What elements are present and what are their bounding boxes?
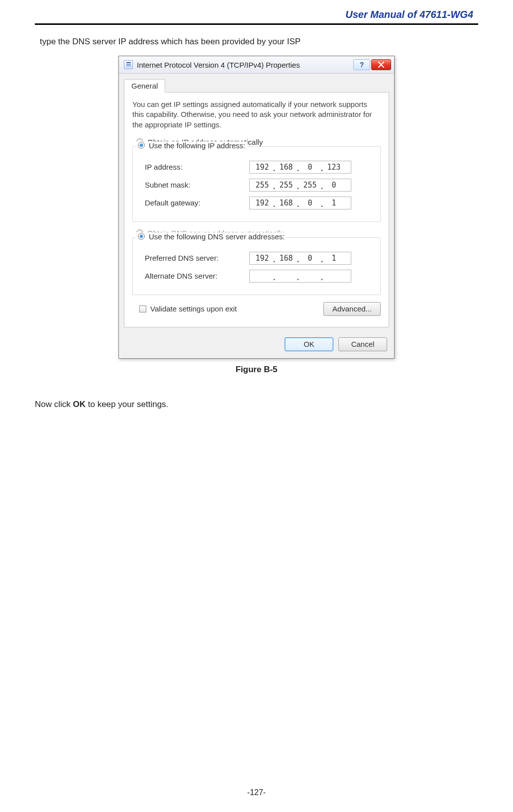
ip-fieldset: Use the following IP address: IP address… bbox=[132, 146, 381, 222]
row-subnet-mask: Subnet mask: 255. 255. 255. 0 bbox=[145, 179, 373, 192]
tab-general-label: General bbox=[131, 82, 158, 90]
input-ip-address[interactable]: 192. 168. 0. 123 bbox=[249, 161, 351, 174]
radio-icon bbox=[138, 233, 145, 240]
ip-octet: 0 bbox=[324, 181, 343, 190]
dot-icon: . bbox=[319, 200, 324, 209]
page-header: User Manual of 47611-WG4 bbox=[35, 0, 478, 25]
label-subnet-mask: Subnet mask: bbox=[145, 181, 249, 189]
dot-icon: . bbox=[272, 182, 277, 191]
ip-octet: 192 bbox=[253, 163, 272, 172]
validate-row: Validate settings upon exit Advanced... bbox=[139, 302, 381, 316]
input-preferred-dns[interactable]: 192. 168. 0. 1 bbox=[249, 252, 351, 265]
row-preferred-dns: Preferred DNS server: 192. 168. 0. 1 bbox=[145, 252, 373, 265]
dot-icon: . bbox=[296, 182, 301, 191]
dot-icon: . bbox=[272, 200, 277, 209]
ip-octet: 255 bbox=[277, 181, 296, 190]
input-default-gateway[interactable]: 192. 168. 0. 1 bbox=[249, 197, 351, 209]
dot-icon: . bbox=[272, 255, 277, 264]
dot-icon: . bbox=[319, 255, 324, 264]
cancel-button-label: Cancel bbox=[351, 340, 375, 348]
ip-octet: 192 bbox=[253, 199, 272, 207]
page-number: -127- bbox=[0, 788, 513, 797]
row-default-gateway: Default gateway: 192. 168. 0. 1 bbox=[145, 197, 373, 209]
row-alternate-dns: Alternate DNS server: . . . bbox=[145, 270, 373, 283]
input-alternate-dns[interactable]: . . . bbox=[249, 270, 351, 283]
row-ip-address: IP address: 192. 168. 0. 123 bbox=[145, 161, 373, 174]
ip-octet: 168 bbox=[277, 254, 296, 263]
tcpip-properties-dialog: Internet Protocol Version 4 (TCP/IPv4) P… bbox=[118, 56, 395, 359]
dot-icon: . bbox=[296, 200, 301, 209]
label-ip-address: IP address: bbox=[145, 163, 249, 171]
figure-caption: Figure B-5 bbox=[35, 365, 478, 375]
titlebar-buttons: ? bbox=[353, 59, 391, 70]
dot-icon: . bbox=[319, 164, 324, 173]
radio-ip-manual-label: Use the following IP address: bbox=[149, 141, 245, 150]
validate-checkbox[interactable] bbox=[139, 305, 146, 312]
radio-icon bbox=[138, 142, 145, 149]
after-text-post: to keep your settings. bbox=[86, 400, 168, 409]
dot-icon: . bbox=[296, 164, 301, 173]
ip-octet: 0 bbox=[301, 199, 319, 207]
dialog-title: Internet Protocol Version 4 (TCP/IPv4) P… bbox=[137, 61, 349, 69]
ip-octet: 168 bbox=[277, 199, 296, 207]
label-default-gateway: Default gateway: bbox=[145, 199, 249, 207]
ip-octet: 0 bbox=[301, 254, 319, 263]
validate-label: Validate settings upon exit bbox=[150, 304, 237, 313]
ip-octet: 1 bbox=[324, 199, 343, 207]
radio-dns-manual-label: Use the following DNS server addresses: bbox=[149, 232, 285, 241]
ip-octet: 1 bbox=[324, 254, 343, 263]
ip-octet: 168 bbox=[277, 163, 296, 172]
cancel-button[interactable]: Cancel bbox=[338, 337, 387, 351]
question-mark-icon: ? bbox=[360, 61, 364, 69]
ip-octet: 255 bbox=[301, 181, 319, 190]
ip-octet: 0 bbox=[301, 163, 319, 172]
advanced-button-label: Advanced... bbox=[332, 304, 372, 313]
dns-fieldset: Use the following DNS server addresses: … bbox=[132, 237, 381, 295]
after-text-pre: Now click bbox=[35, 400, 73, 409]
dialog-footer: OK Cancel bbox=[119, 332, 394, 358]
label-alternate-dns: Alternate DNS server: bbox=[145, 272, 249, 280]
ip-octet: 255 bbox=[253, 181, 272, 190]
dot-icon: . bbox=[296, 273, 301, 282]
ok-button[interactable]: OK bbox=[285, 337, 333, 351]
dot-icon: . bbox=[272, 273, 277, 282]
intro-text: type the DNS server IP address which has… bbox=[35, 37, 478, 56]
tab-general[interactable]: General bbox=[124, 79, 165, 93]
tab-body: You can get IP settings assigned automat… bbox=[124, 92, 389, 327]
dot-icon: . bbox=[296, 255, 301, 264]
after-text: Now click OK to keep your settings. bbox=[35, 400, 478, 409]
ip-octet: 192 bbox=[253, 254, 272, 263]
advanced-button[interactable]: Advanced... bbox=[323, 302, 381, 316]
input-subnet-mask[interactable]: 255. 255. 255. 0 bbox=[249, 179, 351, 192]
label-preferred-dns: Preferred DNS server: bbox=[145, 254, 249, 262]
tabstrip: General bbox=[119, 74, 394, 92]
dot-icon: . bbox=[319, 273, 324, 282]
ok-button-label: OK bbox=[304, 340, 314, 348]
dot-icon: . bbox=[319, 182, 324, 191]
after-text-bold: OK bbox=[73, 400, 86, 409]
control-panel-icon bbox=[124, 60, 133, 69]
dot-icon: . bbox=[272, 164, 277, 173]
close-icon bbox=[378, 61, 385, 68]
header-title: User Manual of 47611-WG4 bbox=[345, 9, 473, 20]
help-button[interactable]: ? bbox=[353, 59, 370, 70]
radio-dns-manual[interactable]: Use the following DNS server addresses: bbox=[136, 232, 287, 241]
titlebar: Internet Protocol Version 4 (TCP/IPv4) P… bbox=[119, 56, 394, 74]
description-text: You can get IP settings assigned automat… bbox=[132, 100, 381, 130]
radio-ip-manual[interactable]: Use the following IP address: bbox=[136, 141, 247, 150]
ip-octet: 123 bbox=[324, 163, 343, 172]
close-button[interactable] bbox=[371, 59, 391, 70]
figure-wrap: Internet Protocol Version 4 (TCP/IPv4) P… bbox=[35, 56, 478, 375]
